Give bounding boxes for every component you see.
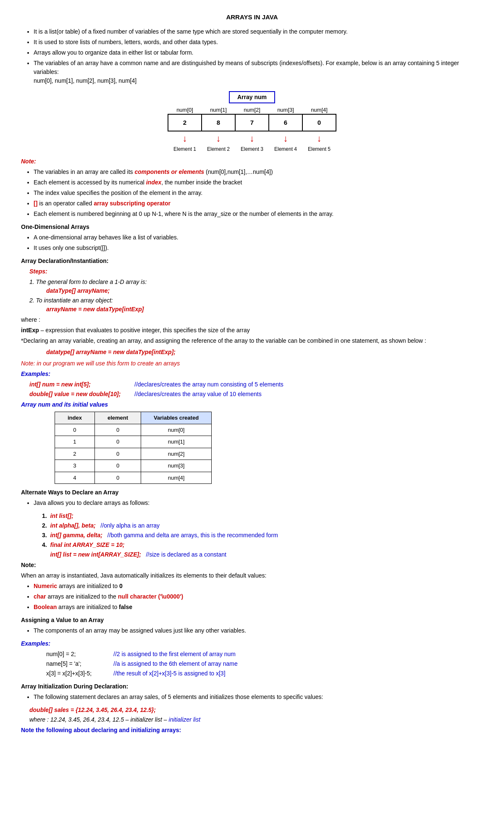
assign-line-1: num[0] = 2; //2 is assigned to the first…	[46, 650, 483, 659]
table-cell-2-2: num[2]	[141, 448, 212, 460]
intro-bullet-4: The variables of an array have a common …	[34, 59, 483, 85]
element-label-0: Element 1	[168, 145, 202, 153]
table-row-0: 00num[0]	[55, 424, 212, 436]
array-box-2: 7	[236, 115, 269, 131]
array-init-decl-bullet: The following statement declares an arra…	[34, 693, 483, 701]
table-header-variables: Variables created	[141, 412, 212, 424]
table-cell-3-0: 3	[55, 460, 95, 472]
alt-comment-3: //both gamma and delta are arrays, this …	[108, 532, 278, 538]
step-1-number: 1.	[29, 278, 34, 285]
array-init-label: Array num and its initial values	[21, 400, 483, 409]
alternate-heading: Alternate Ways to Declare an Array	[21, 488, 483, 497]
alt-comment-5: //size is declared as a constant	[146, 551, 226, 558]
note2-bullet-2: char arrays are initialized to the null …	[34, 592, 483, 601]
element-labels-row: Element 1 Element 2 Element 3 Element 4 …	[168, 145, 336, 153]
note-bullet-2: Each element is accessed by its numerica…	[34, 178, 483, 187]
one-dim-bullets: A one-dimensional array behaves like a l…	[34, 233, 483, 252]
element-label-2: Element 3	[235, 145, 269, 153]
table-cell-3-1: 0	[94, 460, 141, 472]
array-box-3: 6	[269, 115, 303, 131]
note-label: Note:	[21, 157, 483, 166]
array-indices-text: num[0], num[1], num[2], num[3], num[4]	[34, 77, 136, 84]
table-row-3: 30num[3]	[55, 460, 212, 472]
array-label-1: num[1]	[202, 106, 235, 114]
intro-bullet-3: Arrays allow you to organize data in eit…	[34, 48, 483, 57]
assign-examples-label: Examples:	[21, 639, 483, 648]
table-cell-1-2: num[1]	[141, 436, 212, 448]
element-label-3: Element 4	[269, 145, 302, 153]
example-1: int[] num = new int[5]; //declares/creat…	[29, 380, 483, 389]
example-1-code: int[] num = new int[5];	[29, 380, 122, 389]
step-1-code: dataType[] arrayName;	[46, 286, 483, 295]
alternate-intro-list: Java allows you to declare arrays as fol…	[34, 499, 483, 507]
assign-line-3: x[3] = x[2]+x[3]-5; //the result of x[2]…	[46, 669, 483, 678]
alternate-items-list: 1. int list[]; 2. int alpha[], beta; //o…	[42, 512, 483, 559]
alt-code-5: int[] list = new int[ARRAY_SIZE];	[50, 551, 141, 558]
alt-code-4: final int ARRAY_SIZE = 10;	[50, 541, 124, 548]
table-cell-2-1: 0	[94, 448, 141, 460]
note-in-program: Note: in our program we will use this fo…	[21, 359, 483, 368]
init-table: index element Variables created 00num[0]…	[55, 412, 212, 484]
note2-bullet-1: Numeric arrays are initialized to 0	[34, 582, 483, 591]
array-init-decl-code: double[] sales = {12.24, 3.45, 26.4, 23.…	[29, 706, 483, 714]
example-2-code: double[] value = new double[10];	[29, 390, 122, 399]
array-box-4: 0	[303, 115, 336, 131]
alt-item-2: 2. int alpha[], beta; //only alpha is an…	[42, 521, 483, 530]
step-1: 1. The general form to declare a 1-D arr…	[29, 278, 483, 295]
assign-code-3: x[3] = x[2]+x[3]-5;	[46, 669, 105, 678]
note2-text: When an array is instantiated, Java auto…	[21, 571, 483, 580]
array-init-decl-heading: Array Initialization During Declaration:	[21, 682, 483, 691]
step-2-text: To instantiate an array object:	[36, 297, 113, 304]
arrow-4: ↓	[302, 131, 336, 145]
where-text: where :	[21, 315, 483, 324]
arrow-3: ↓	[269, 131, 302, 145]
arrow-2: ↓	[235, 131, 269, 145]
array-label-3: num[3]	[269, 106, 302, 114]
assign-code-2: name[5] = 'a';	[46, 659, 105, 668]
intexp-line: intExp – expression that evaluates to po…	[21, 326, 483, 335]
intro-bullets: It is a list(or table) of a fixed number…	[34, 27, 483, 85]
note-bullet-3: The index value specifies the position o…	[34, 189, 483, 197]
table-cell-1-1: 0	[94, 436, 141, 448]
array-init-decl-bullet-list: The following statement declares an arra…	[34, 693, 483, 701]
one-dim-heading: One-Dimensional Arrays	[21, 223, 483, 231]
table-cell-1-0: 1	[55, 436, 95, 448]
alternate-intro: Java allows you to declare arrays as fol…	[34, 499, 483, 507]
step-2-code: arrayName = new dataType[intExp]	[46, 305, 483, 314]
alt-item-1: 1. int list[];	[42, 512, 483, 520]
assign-comment-3: //the result of x[2]+x[3]-5 is assigned …	[113, 669, 226, 678]
table-row-1: 10num[1]	[55, 436, 212, 448]
table-cell-4-1: 0	[94, 472, 141, 484]
step-2: 2. To instantiate an array object: array…	[29, 296, 483, 314]
assign-comment-2: //a is assigned to the 6th element of ar…	[113, 659, 238, 668]
table-cell-3-2: num[3]	[141, 460, 212, 472]
table-cell-4-2: num[4]	[141, 472, 212, 484]
step-2-number: 2.	[29, 297, 34, 304]
examples-label: Examples:	[21, 370, 483, 378]
array-labels-row: num[0] num[1] num[2] num[3] num[4]	[168, 106, 336, 114]
array-diagram-title: Array num	[229, 91, 275, 103]
note2-bullet-3: Boolean arrays are initialized to false	[34, 603, 483, 612]
where-initializer: where : 12.24, 3.45, 26.4, 23.4, 12.5 – …	[29, 715, 483, 724]
note-bullet-1: The variables in an array are called its…	[34, 168, 483, 176]
element-label-1: Element 2	[202, 145, 235, 153]
one-dim-bullet-1: A one-dimensional array behaves like a l…	[34, 233, 483, 242]
combined-code: datatype[] arrayName = new dataType[intE…	[46, 348, 483, 357]
alt-item-3: 3. int[] gamma, delta; //both gamma and …	[42, 531, 483, 540]
steps-label: Steps:	[29, 267, 483, 276]
element-label-4: Element 5	[302, 145, 336, 153]
alt-comment-2: //only alpha is an array	[100, 522, 160, 529]
intexp-desc: – expression that evaluates to positive …	[39, 327, 250, 334]
array-boxes-row: 2 8 7 6 0	[168, 114, 336, 131]
array-box-1: 8	[202, 115, 236, 131]
alt-code-3: int[] gamma, delta;	[50, 532, 102, 538]
note2-bullets: Numeric arrays are initialized to 0 char…	[34, 582, 483, 612]
table-row-2: 20num[2]	[55, 448, 212, 460]
intexp-keyword: intExp	[21, 327, 39, 334]
table-cell-4-0: 4	[55, 472, 95, 484]
arrow-0: ↓	[168, 131, 202, 145]
intro-bullet-1: It is a list(or table) of a fixed number…	[34, 27, 483, 36]
alt-code-1: int list[];	[50, 512, 73, 519]
arrows-row: ↓ ↓ ↓ ↓ ↓	[168, 131, 336, 145]
note-bullet-4: [] is an operator called array subscript…	[34, 199, 483, 208]
